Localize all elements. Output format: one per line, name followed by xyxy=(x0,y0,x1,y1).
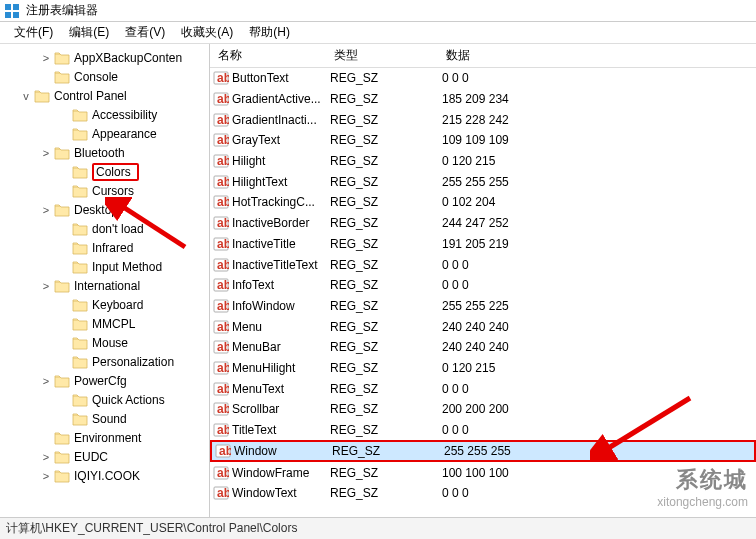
value-row-inactivetitle[interactable]: abInactiveTitleREG_SZ191 205 219 xyxy=(210,234,756,255)
value-row-graytext[interactable]: abGrayTextREG_SZ109 109 109 xyxy=(210,130,756,151)
tree-item-desktop[interactable]: >Desktop xyxy=(0,200,209,219)
expand-icon[interactable]: > xyxy=(38,204,54,216)
reg-string-icon: ab xyxy=(210,153,232,169)
folder-icon xyxy=(54,374,70,388)
value-data: 0 120 215 xyxy=(442,154,756,168)
tree-item-powercfg[interactable]: >PowerCfg xyxy=(0,371,209,390)
tree-item-environment[interactable]: Environment xyxy=(0,428,209,447)
tree-item-bluetooth[interactable]: >Bluetooth xyxy=(0,143,209,162)
svg-text:ab: ab xyxy=(217,486,229,500)
tree-item-quick-actions[interactable]: Quick Actions xyxy=(0,390,209,409)
value-row-menuhilight[interactable]: abMenuHilightREG_SZ0 120 215 xyxy=(210,358,756,379)
tree-item-control-panel[interactable]: vControl Panel xyxy=(0,86,209,105)
value-data: 255 255 225 xyxy=(442,299,756,313)
tree-item-accessibility[interactable]: Accessibility xyxy=(0,105,209,124)
expand-icon[interactable]: > xyxy=(38,52,54,64)
value-row-scrollbar[interactable]: abScrollbarREG_SZ200 200 200 xyxy=(210,399,756,420)
tree-item-console[interactable]: Console xyxy=(0,67,209,86)
value-row-windowframe[interactable]: abWindowFrameREG_SZ100 100 100 xyxy=(210,462,756,483)
folder-icon xyxy=(72,241,88,255)
reg-string-icon: ab xyxy=(210,236,232,252)
tree-item-keyboard[interactable]: Keyboard xyxy=(0,295,209,314)
tree-item-personalization[interactable]: Personalization xyxy=(0,352,209,371)
value-row-menu[interactable]: abMenuREG_SZ240 240 240 xyxy=(210,316,756,337)
expand-icon[interactable]: > xyxy=(38,470,54,482)
value-row-menubar[interactable]: abMenuBarREG_SZ240 240 240 xyxy=(210,337,756,358)
value-row-windowtext[interactable]: abWindowTextREG_SZ0 0 0 xyxy=(210,483,756,504)
folder-icon xyxy=(72,108,88,122)
expand-icon[interactable]: > xyxy=(38,375,54,387)
tree-item-label: Infrared xyxy=(92,241,133,255)
tree-item-mouse[interactable]: Mouse xyxy=(0,333,209,352)
value-row-hilight[interactable]: abHilightREG_SZ0 120 215 xyxy=(210,151,756,172)
svg-text:ab: ab xyxy=(217,92,229,106)
tree-item-label: PowerCfg xyxy=(74,374,127,388)
value-row-infowindow[interactable]: abInfoWindowREG_SZ255 255 225 xyxy=(210,296,756,317)
tree-item-input-method[interactable]: Input Method xyxy=(0,257,209,276)
folder-icon xyxy=(72,184,88,198)
value-type: REG_SZ xyxy=(330,340,442,354)
window-title: 注册表编辑器 xyxy=(26,2,98,19)
col-header-type[interactable]: 类型 xyxy=(330,47,442,64)
list-pane[interactable]: 名称 类型 数据 abButtonTextREG_SZ0 0 0abGradie… xyxy=(210,44,756,517)
tree-item-sound[interactable]: Sound xyxy=(0,409,209,428)
col-header-name[interactable]: 名称 xyxy=(210,47,330,64)
value-row-inactivetitletext[interactable]: abInactiveTitleTextREG_SZ0 0 0 xyxy=(210,254,756,275)
tree-item-appxbackupconten[interactable]: >AppXBackupConten xyxy=(0,48,209,67)
tree-item-international[interactable]: >International xyxy=(0,276,209,295)
value-row-hilighttext[interactable]: abHilightTextREG_SZ255 255 255 xyxy=(210,171,756,192)
value-row-window[interactable]: abWindowREG_SZ255 255 255 xyxy=(210,440,756,462)
value-data: 0 0 0 xyxy=(442,486,756,500)
value-type: REG_SZ xyxy=(330,154,442,168)
value-row-buttontext[interactable]: abButtonTextREG_SZ0 0 0 xyxy=(210,68,756,89)
folder-icon xyxy=(72,298,88,312)
value-row-inactiveborder[interactable]: abInactiveBorderREG_SZ244 247 252 xyxy=(210,213,756,234)
folder-icon xyxy=(72,317,88,331)
svg-text:ab: ab xyxy=(217,278,229,292)
menu-help[interactable]: 帮助(H) xyxy=(241,22,298,43)
tree-pane[interactable]: >AppXBackupContenConsolevControl PanelAc… xyxy=(0,44,210,517)
reg-string-icon: ab xyxy=(210,194,232,210)
col-header-data[interactable]: 数据 xyxy=(442,47,756,64)
reg-string-icon: ab xyxy=(210,298,232,314)
folder-icon xyxy=(54,203,70,217)
value-row-infotext[interactable]: abInfoTextREG_SZ0 0 0 xyxy=(210,275,756,296)
tree-item-don-t-load[interactable]: don't load xyxy=(0,219,209,238)
tree-item-label: International xyxy=(74,279,140,293)
tree-item-mmcpl[interactable]: MMCPL xyxy=(0,314,209,333)
value-name: GradientInacti... xyxy=(232,113,317,127)
tree-item-cursors[interactable]: Cursors xyxy=(0,181,209,200)
svg-rect-1 xyxy=(13,4,19,10)
svg-text:ab: ab xyxy=(217,175,229,189)
menu-view[interactable]: 查看(V) xyxy=(117,22,173,43)
tree-item-iqiyi-cook[interactable]: >IQIYI.COOK xyxy=(0,466,209,485)
reg-string-icon: ab xyxy=(210,112,232,128)
svg-text:ab: ab xyxy=(217,133,229,147)
value-name: TitleText xyxy=(232,423,276,437)
menu-file[interactable]: 文件(F) xyxy=(6,22,61,43)
tree-item-label: Cursors xyxy=(92,184,134,198)
menu-edit[interactable]: 编辑(E) xyxy=(61,22,117,43)
folder-icon xyxy=(72,355,88,369)
tree-item-appearance[interactable]: Appearance xyxy=(0,124,209,143)
value-type: REG_SZ xyxy=(330,382,442,396)
value-name: Window xyxy=(234,444,277,458)
tree-item-infrared[interactable]: Infrared xyxy=(0,238,209,257)
expand-icon[interactable]: > xyxy=(38,147,54,159)
value-type: REG_SZ xyxy=(330,278,442,292)
menu-favorites[interactable]: 收藏夹(A) xyxy=(173,22,241,43)
expand-icon[interactable]: v xyxy=(18,90,34,102)
value-row-gradientinacti-[interactable]: abGradientInacti...REG_SZ215 228 242 xyxy=(210,109,756,130)
tree-item-label: Control Panel xyxy=(54,89,127,103)
value-row-menutext[interactable]: abMenuTextREG_SZ0 0 0 xyxy=(210,378,756,399)
value-row-gradientactive-[interactable]: abGradientActive...REG_SZ185 209 234 xyxy=(210,89,756,110)
reg-string-icon: ab xyxy=(210,319,232,335)
expand-icon[interactable]: > xyxy=(38,451,54,463)
expand-icon[interactable]: > xyxy=(38,280,54,292)
tree-item-eudc[interactable]: >EUDC xyxy=(0,447,209,466)
svg-text:ab: ab xyxy=(217,423,229,437)
tree-item-colors[interactable]: Colors xyxy=(0,162,209,181)
value-row-hottrackingc-[interactable]: abHotTrackingC...REG_SZ0 102 204 xyxy=(210,192,756,213)
value-row-titletext[interactable]: abTitleTextREG_SZ0 0 0 xyxy=(210,420,756,441)
folder-icon xyxy=(34,89,50,103)
